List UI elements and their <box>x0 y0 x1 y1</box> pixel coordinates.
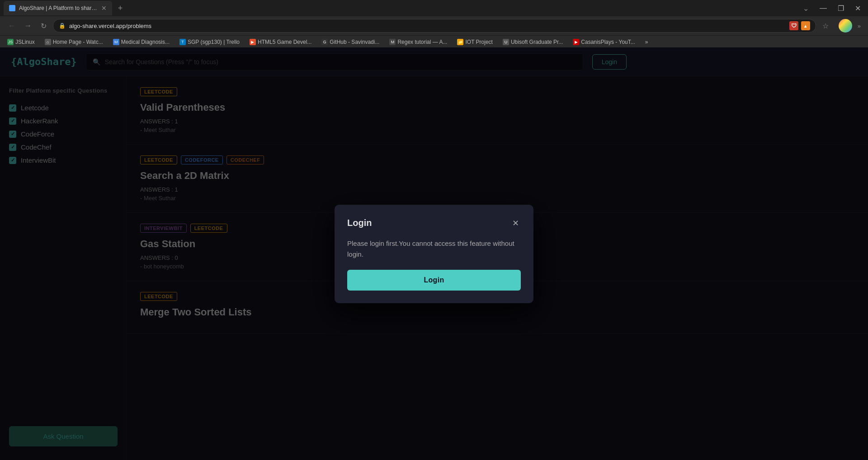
window-controls: — ❐ ✕ <box>816 2 864 14</box>
bookmark-label: IOT Project <box>465 39 492 45</box>
overflow-label: » <box>645 39 648 45</box>
bookmark-icon: M <box>113 39 119 45</box>
bookmark-icon: M <box>389 39 396 45</box>
address-bar-icons: 🛡 ▲ <box>789 21 810 30</box>
bookmarks-bar: JS JSLinux ⌂ Home Page - Watc... M Medic… <box>0 35 868 48</box>
bookmark-label: SGP (sgp130) | Trello <box>188 39 240 45</box>
login-modal: Login ✕ Please login first.You cannot ac… <box>335 205 533 303</box>
bookmark-jslinux[interactable]: JS JSLinux <box>5 38 37 46</box>
browser-chrome: AlgoShare | A Platform to share ... ✕ + … <box>0 0 868 47</box>
profile-avatar[interactable] <box>839 19 852 33</box>
bookmark-overflow[interactable]: » <box>643 38 650 46</box>
bookmark-youtube[interactable]: ▶ CasanisPlays - YouT... <box>571 38 637 46</box>
modal-header: Login ✕ <box>347 217 521 229</box>
extensions-overflow[interactable]: » <box>856 21 863 31</box>
lock-icon: 🔒 <box>59 23 66 29</box>
bookmark-label: Regex tutorial — A... <box>397 39 447 45</box>
bookmark-homepage[interactable]: ⌂ Home Page - Watc... <box>43 38 105 46</box>
bookmark-folder-icon: 📁 <box>457 39 463 45</box>
bookmark-label: CasanisPlays - YouT... <box>581 39 635 45</box>
bookmark-iot[interactable]: 📁 IOT Project <box>455 38 494 46</box>
modal-overlay[interactable]: Login ✕ Please login first.You cannot ac… <box>0 47 868 460</box>
modal-close-button[interactable]: ✕ <box>510 217 521 229</box>
back-button[interactable]: ← <box>5 20 18 32</box>
bookmark-label: JSLinux <box>15 39 35 45</box>
new-tab-button[interactable]: + <box>114 2 127 14</box>
bookmark-label: Ubisoft Graduate Pr... <box>511 39 563 45</box>
close-window-button[interactable]: ✕ <box>851 2 864 14</box>
address-bar[interactable]: 🔒 algo-share.vercel.app/problems 🛡 ▲ <box>53 19 816 33</box>
url-text: algo-share.vercel.app/problems <box>69 23 151 29</box>
tab-title: AlgoShare | A Platform to share ... <box>19 5 98 11</box>
bookmark-ubisoft[interactable]: U Ubisoft Graduate Pr... <box>501 38 565 46</box>
bookmark-label: GitHub - Savinvadi... <box>330 39 379 45</box>
tab-favicon <box>9 5 15 11</box>
modal-title: Login <box>347 218 372 228</box>
brave-extension-icon[interactable]: ▲ <box>801 21 810 30</box>
bookmark-button[interactable]: ☆ <box>820 20 831 32</box>
bookmark-icon: ▶ <box>573 39 579 45</box>
bookmark-icon: ⌂ <box>45 39 51 45</box>
shield-extension-icon[interactable]: 🛡 <box>789 21 798 30</box>
minimize-button[interactable]: — <box>816 2 830 14</box>
forward-button[interactable]: → <box>22 20 34 32</box>
maximize-button[interactable]: ❐ <box>834 2 848 14</box>
bookmark-label: Medical Diagnosis... <box>121 39 170 45</box>
bookmark-label: HTML5 Game Devel... <box>258 39 311 45</box>
tab-overflow-button[interactable]: ⌄ <box>801 2 811 14</box>
bookmark-html5[interactable]: ▶ HTML5 Game Devel... <box>248 38 313 46</box>
bookmark-icon: G <box>321 39 328 45</box>
tab-close-icon[interactable]: ✕ <box>101 5 107 12</box>
bookmark-icon: T <box>179 39 186 45</box>
bookmark-medical[interactable]: M Medical Diagnosis... <box>111 38 171 46</box>
tab-bar: AlgoShare | A Platform to share ... ✕ + … <box>0 0 868 16</box>
bookmark-label: Home Page - Watc... <box>53 39 103 45</box>
nav-bar: ← → ↻ 🔒 algo-share.vercel.app/problems 🛡… <box>0 16 868 35</box>
bookmark-icon: U <box>503 39 509 45</box>
bookmark-github[interactable]: G GitHub - Savinvadi... <box>320 38 381 46</box>
bookmark-icon: JS <box>7 39 14 45</box>
reload-button[interactable]: ↻ <box>38 20 49 32</box>
bookmark-icon: ▶ <box>250 39 256 45</box>
modal-message: Please login first.You cannot access thi… <box>347 238 521 260</box>
bookmark-regex[interactable]: M Regex tutorial — A... <box>387 38 449 46</box>
bookmark-trello[interactable]: T SGP (sgp130) | Trello <box>178 38 241 46</box>
active-tab[interactable]: AlgoShare | A Platform to share ... ✕ <box>4 1 112 15</box>
modal-login-button[interactable]: Login <box>347 270 521 291</box>
